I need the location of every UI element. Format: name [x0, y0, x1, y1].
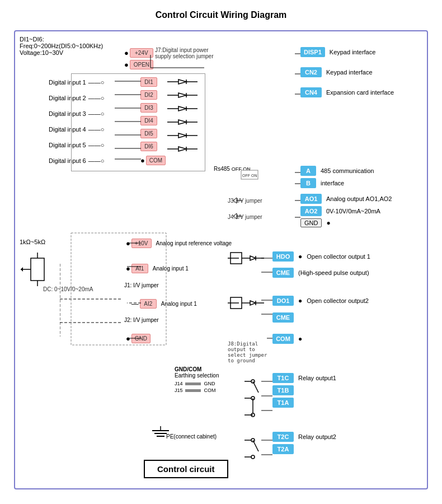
- relay1-label: Relay output1: [298, 375, 336, 381]
- ai1-terminal: AI1: [131, 264, 148, 273]
- ai2-terminal-area: ● — AI2 Analog input 1: [126, 299, 197, 309]
- 10v-terminal-area: ● +10V Analog input reference voltage: [126, 239, 232, 248]
- svg-point-61: [251, 455, 255, 459]
- b-terminal: B: [300, 178, 316, 188]
- j8-label-area: J8:Digital output to select jumper to gr…: [228, 341, 272, 363]
- diagram-container: DI1~DI6: Freq:0~200Hz(DI5:0~100KHz) Volt…: [14, 30, 428, 489]
- j4-label: J4: I/V jumper: [228, 214, 262, 220]
- ai1-label: Analog input 1: [153, 265, 189, 272]
- gnd-com-subtitle: Earthing selection: [175, 372, 219, 379]
- cme1-terminal: CME: [272, 268, 294, 278]
- hdo-label2: (High-speed pulse output): [298, 269, 369, 276]
- cn2-row: CN2 Keypad interface: [300, 67, 373, 77]
- gnd-com-section: GND/COM Earthing selection J14 GND J15 C…: [175, 366, 219, 393]
- pe-label: PE(connect cabinet): [166, 433, 217, 440]
- relay2-label: Relay output2: [298, 433, 336, 440]
- do1-terminal: DO1: [272, 296, 294, 306]
- svg-text:OFF ON: OFF ON: [242, 174, 257, 178]
- j1-label: J1: I/V jumper: [124, 282, 159, 288]
- disp1-row: DISP1 Keypad interface: [300, 47, 375, 57]
- cn4-label: Expansion card interface: [326, 89, 394, 96]
- resistor-symbol: [21, 253, 54, 304]
- ao-label: Analog output AO1,AO2: [326, 195, 392, 202]
- ao-label2: 0V-10V/0mA~20mA: [326, 208, 380, 214]
- ai2-label: Analog input 1: [161, 301, 197, 307]
- analog-range-label: 1kΩ~5kΩ: [20, 239, 45, 245]
- ref-voltage-label: Analog input reference voltage: [156, 240, 232, 246]
- cme2-row: CME: [272, 312, 294, 323]
- gnd-analog-area: ● GND: [126, 334, 151, 343]
- page-title: Control Circuit Wiring Diagram: [11, 10, 431, 20]
- cme2-terminal: CME: [272, 312, 294, 323]
- ao-terminals: AO1 Analog output AO1,AO2 AO2 0V-10V/0mA…: [300, 194, 392, 227]
- 24v-terminal: +24V: [130, 48, 153, 58]
- 10v-terminal: +10V: [131, 239, 152, 248]
- disp1-terminal: DISP1: [300, 47, 325, 57]
- gnd-ao-terminal: GND: [300, 218, 322, 227]
- svg-marker-41: [250, 301, 256, 305]
- svg-line-56: [253, 381, 258, 393]
- cme1-row: CME (High-speed pulse output): [272, 268, 369, 278]
- hdo-row: HDO ● Open collector output 1: [272, 251, 370, 262]
- do1-row: DO1 ● Open collector output2: [272, 296, 369, 306]
- ai2-terminal: AI2: [140, 299, 157, 309]
- svg-rect-44: [185, 382, 201, 385]
- cn2-label: Keypad interface: [326, 69, 373, 76]
- disp1-label: Keypad interface: [330, 49, 376, 55]
- a-label: 485 communication: [321, 167, 374, 174]
- di-line2: Freq:0~200Hz(DI5:0~100KHz): [20, 43, 103, 49]
- di-line1: DI1~DI6:: [20, 36, 103, 43]
- j3-label-area: J3: I/V jumper: [228, 197, 262, 204]
- j8-line1: J8:Digital output to: [228, 341, 272, 352]
- svg-line-62: [253, 440, 258, 451]
- relay2-terminals: T2C Relay output2 T2A: [272, 432, 336, 454]
- cn4-terminal: CN4: [300, 87, 322, 97]
- hdo-label: Open collector output 1: [307, 253, 370, 260]
- di-section-box: [71, 73, 205, 171]
- j4-label-area: J4: I/V jumper: [228, 213, 262, 220]
- svg-rect-45: [185, 389, 201, 392]
- hdo-symbol: [228, 247, 272, 282]
- b-label: interface: [321, 180, 344, 186]
- svg-rect-25: [31, 258, 44, 281]
- svg-marker-28: [21, 267, 23, 272]
- di-info: DI1~DI6: Freq:0~200Hz(DI5:0~100KHz) Volt…: [20, 36, 103, 56]
- svg-marker-35: [250, 256, 256, 260]
- circuit-label: Control circuit: [144, 460, 228, 478]
- ab-area: A 485 communication B interface: [300, 166, 374, 188]
- gnd-com-title: GND/COM: [175, 366, 219, 372]
- cn2-terminal: CN2: [300, 67, 322, 77]
- hdo-terminal: HDO: [272, 251, 294, 262]
- ao1-terminal: AO1: [300, 194, 322, 204]
- ao2-terminal: AO2: [300, 206, 322, 216]
- open-terminal: OPEN: [130, 60, 153, 69]
- j15-row: J15 COM: [175, 388, 219, 393]
- do1-symbol: [228, 292, 272, 326]
- cn4-row: CN4 Expansion card interface: [300, 87, 394, 97]
- relay1-terminals: T1C Relay output1 T1B T1A: [272, 373, 336, 408]
- ai1-terminal-area: ● AI1 Analog input 1: [126, 264, 189, 273]
- do1-label: Open collector output2: [307, 297, 369, 304]
- j14-row: J14 GND: [175, 381, 219, 386]
- a-terminal: A: [300, 166, 316, 176]
- com-out-row: COM ●: [272, 334, 302, 344]
- com-out-terminal: COM: [272, 334, 294, 344]
- power-terminals: ● +24V ● OPEN: [124, 48, 153, 69]
- rs485-area: Rs485 OFF ON: [214, 166, 251, 173]
- j3-label: J3: I/V jumper: [228, 198, 262, 204]
- gnd-analog-terminal: GND: [131, 334, 151, 343]
- rs485-label: Rs485 OFF ON: [214, 166, 251, 172]
- dashed-lines: [60, 264, 127, 338]
- j2-label: J2: I/V jumper: [124, 317, 159, 323]
- j8-line2: select jumper to ground: [228, 352, 272, 363]
- j7-label: J7:Digital input power supply selection …: [155, 47, 222, 59]
- di-line3: Voltage:10~30V: [20, 49, 103, 56]
